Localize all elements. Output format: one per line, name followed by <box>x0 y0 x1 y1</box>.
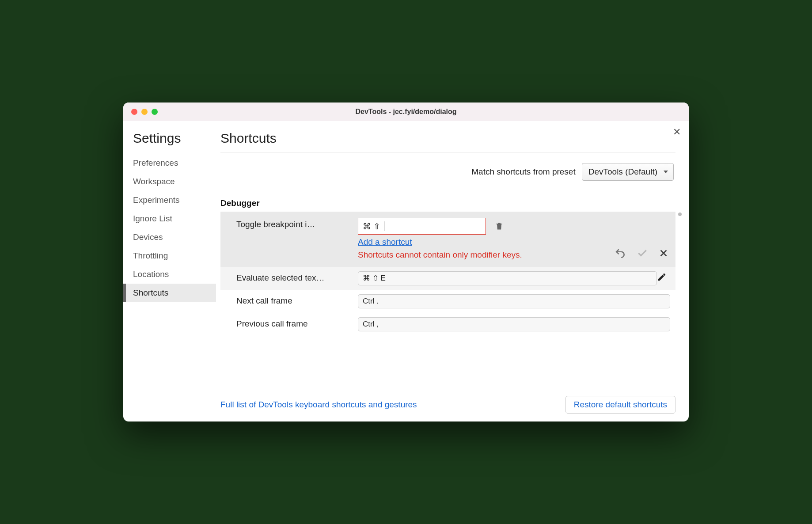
shortcut-kbd: ⌘ ⇧ E <box>358 271 657 285</box>
shortcut-label: Next call frame <box>236 294 358 306</box>
preset-label: Match shortcuts from preset <box>471 167 575 177</box>
shortcut-row: Evaluate selected tex… ⌘ ⇧ E <box>220 267 675 290</box>
shortcut-label: Evaluate selected tex… <box>236 271 358 283</box>
preset-select[interactable]: DevTools (Default) <box>582 163 674 181</box>
shortcut-row-editing: Toggle breakpoint i… ⌘ ⇧ Add a shortcut <box>220 212 675 267</box>
error-message: Shortcuts cannot contain only modifier k… <box>358 250 543 261</box>
shortcut-row: Previous call frame Ctrl , <box>220 313 675 336</box>
shortcut-label: Toggle breakpoint i… <box>236 218 358 229</box>
window-title: DevTools - jec.fyi/demo/dialog <box>123 108 689 116</box>
shortcut-input-value: ⌘ ⇧ <box>363 221 380 232</box>
cancel-icon[interactable] <box>659 248 668 258</box>
scrollbar-thumb[interactable] <box>678 213 682 216</box>
shortcut-kbd: Ctrl , <box>358 317 670 331</box>
section-title: Debugger <box>220 198 675 208</box>
traffic-lights <box>123 109 158 115</box>
shortcut-row: Next call frame Ctrl . <box>220 290 675 313</box>
page-title: Shortcuts <box>220 131 675 146</box>
settings-heading: Settings <box>123 131 216 146</box>
sidebar-item-ignore-list[interactable]: Ignore List <box>123 209 216 228</box>
footer: Full list of DevTools keyboard shortcuts… <box>220 383 675 414</box>
sidebar-item-devices[interactable]: Devices <box>123 228 216 247</box>
window-zoom-button[interactable] <box>152 109 158 115</box>
restore-defaults-button[interactable]: Restore default shortcuts <box>565 396 675 414</box>
sidebar-item-preferences[interactable]: Preferences <box>123 154 216 172</box>
settings-sidebar: Settings Preferences Workspace Experimen… <box>123 121 216 421</box>
main-panel: Shortcuts Match shortcuts from preset De… <box>216 121 689 421</box>
divider <box>220 152 675 152</box>
preset-value: DevTools (Default) <box>588 167 657 176</box>
undo-icon[interactable] <box>615 247 626 259</box>
preset-row: Match shortcuts from preset DevTools (De… <box>220 163 675 181</box>
text-cursor <box>384 221 384 231</box>
shortcut-kbd: Ctrl . <box>358 294 670 308</box>
sidebar-item-throttling[interactable]: Throttling <box>123 247 216 265</box>
devtools-window: DevTools - jec.fyi/demo/dialog ✕ Setting… <box>123 103 689 421</box>
titlebar: DevTools - jec.fyi/demo/dialog <box>123 103 689 121</box>
shortcut-input[interactable]: ⌘ ⇧ <box>358 218 486 235</box>
shortcut-rows: Toggle breakpoint i… ⌘ ⇧ Add a shortcut <box>220 212 675 336</box>
sidebar-item-workspace[interactable]: Workspace <box>123 172 216 191</box>
sidebar-item-shortcuts[interactable]: Shortcuts <box>123 284 216 302</box>
confirm-icon[interactable] <box>637 247 648 259</box>
sidebar-item-locations[interactable]: Locations <box>123 265 216 284</box>
shortcut-label: Previous call frame <box>236 317 358 329</box>
add-shortcut-link[interactable]: Add a shortcut <box>358 237 412 247</box>
window-close-button[interactable] <box>131 109 137 115</box>
sidebar-item-experiments[interactable]: Experiments <box>123 191 216 209</box>
trash-icon[interactable] <box>495 221 504 231</box>
edit-icon[interactable] <box>657 272 667 282</box>
full-list-link[interactable]: Full list of DevTools keyboard shortcuts… <box>220 400 417 410</box>
window-minimize-button[interactable] <box>141 109 148 115</box>
